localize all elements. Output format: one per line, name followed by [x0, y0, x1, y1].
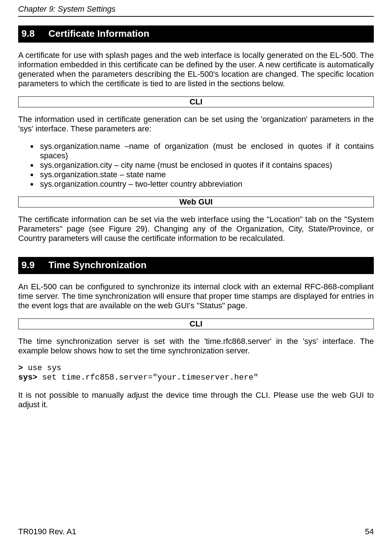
section-number: 9.8: [21, 28, 35, 39]
section-9-8-intro: A certificate for use with splash pages …: [18, 51, 374, 88]
section-heading-9-8: 9.8 Certificate Information: [18, 25, 374, 43]
cli-subheading-2: CLI: [18, 318, 374, 329]
prompt: sys>: [18, 373, 37, 382]
command-text: use sys: [23, 364, 61, 373]
section-number: 9.9: [21, 259, 35, 271]
section-title: Certificate Information: [48, 28, 149, 39]
chapter-header: Chapter 9: System Settings: [18, 4, 374, 14]
parameter-list: sys.organization.name –name of organizat…: [18, 142, 374, 189]
webgui-text: The certificate information can be set v…: [18, 215, 374, 243]
cli-intro-text: The information used in certificate gene…: [18, 115, 374, 134]
section-9-9-intro: An EL-500 can be configured to synchroni…: [18, 282, 374, 310]
cli-intro-text-2: The time synchronization server is set w…: [18, 337, 374, 356]
command-text: set time.rfc858.server="your.timeserver.…: [37, 373, 258, 382]
prompt: >: [18, 364, 23, 373]
list-item: sys.organization.name –name of organizat…: [38, 142, 374, 160]
header-rule: [18, 16, 374, 17]
page-footer: TR0190 Rev. A1 54: [18, 527, 374, 536]
code-example: > use sys sys> set time.rfc858.server="y…: [18, 364, 374, 383]
list-item: sys.organization.state – state name: [38, 170, 374, 179]
cli-subheading: CLI: [18, 96, 374, 107]
webgui-subheading: Web GUI: [18, 197, 374, 207]
section-title: Time Synchronization: [48, 259, 147, 271]
section-heading-9-9: 9.9 Time Synchronization: [18, 257, 374, 274]
list-item: sys.organization.city – city name (must …: [38, 160, 374, 170]
list-item: sys.organization.country – two-letter co…: [38, 179, 374, 189]
doc-revision: TR0190 Rev. A1: [18, 527, 76, 536]
page-number: 54: [365, 527, 374, 536]
cli-note: It is not possible to manually adjust th…: [18, 391, 374, 409]
